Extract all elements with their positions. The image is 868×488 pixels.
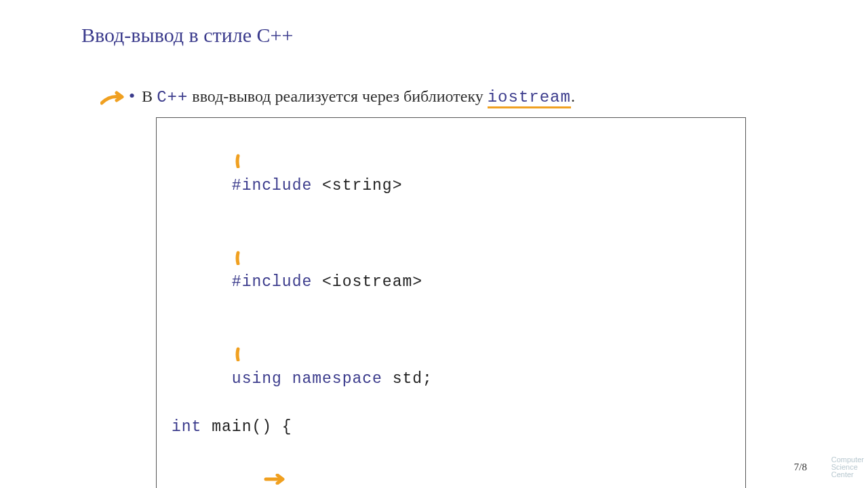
bullet-1: •В C++ ввод-вывод реализуется через библ… xyxy=(129,84,787,109)
code-line: string name; xyxy=(172,440,730,488)
code-line: #include <iostream> xyxy=(172,222,730,319)
bullet-dot-icon: • xyxy=(129,86,135,106)
page-number: 7/8 xyxy=(794,462,807,473)
bullet1-text-a: В xyxy=(142,87,157,105)
code-line: #include <string> xyxy=(172,126,730,223)
logo-line: Center xyxy=(831,471,864,479)
code-token: int xyxy=(172,418,201,436)
bullet1-text-c: . xyxy=(571,87,575,105)
code-token xyxy=(282,370,292,388)
slide-title: Ввод-вывод в стиле C++ xyxy=(81,24,787,47)
annotation-tick-icon xyxy=(153,322,246,394)
code-block: #include <string> #include <iostream> us… xyxy=(156,117,746,488)
code-line: using namespace std; xyxy=(172,319,730,416)
annotation-tick-icon xyxy=(153,225,246,298)
bullet1-lib: iostream xyxy=(488,88,571,108)
code-token: std; xyxy=(382,370,433,388)
code-token: namespace xyxy=(292,370,382,388)
annotation-tick-icon xyxy=(153,129,246,201)
annotation-arrow-icon xyxy=(100,89,126,113)
code-token: <iostream> xyxy=(312,273,422,291)
logo: Computer Science Center xyxy=(831,456,864,479)
code-line: int main() { xyxy=(172,415,730,440)
annotation-arrow-icon xyxy=(184,445,287,488)
bullet1-text-b: ввод-вывод реализуется через библиотеку xyxy=(188,87,487,105)
bullet1-code: C++ xyxy=(157,88,188,106)
code-token: <string> xyxy=(312,177,402,195)
code-token: main() { xyxy=(201,418,292,436)
